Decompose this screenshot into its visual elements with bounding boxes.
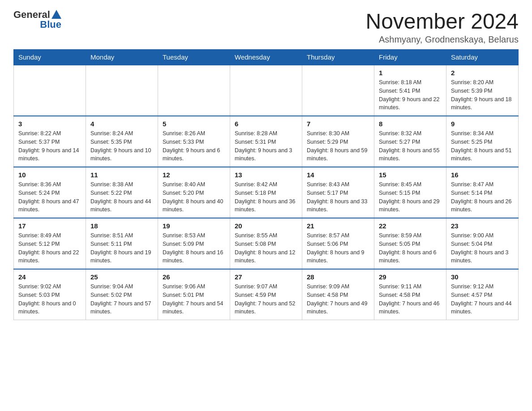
- col-wednesday: Wednesday: [230, 50, 302, 65]
- day-number: 8: [379, 120, 442, 128]
- day-number: 17: [18, 222, 81, 230]
- day-cell: 5 Sunrise: 8:26 AMSunset: 5:33 PMDayligh…: [158, 116, 230, 167]
- day-cell: 29 Sunrise: 9:11 AMSunset: 4:58 PMDaylig…: [374, 269, 446, 320]
- day-info: Sunrise: 9:02 AMSunset: 5:03 PMDaylight:…: [18, 283, 81, 316]
- day-number: 11: [90, 171, 153, 179]
- col-thursday: Thursday: [302, 50, 374, 65]
- day-cell: 18 Sunrise: 8:51 AMSunset: 5:11 PMDaylig…: [86, 218, 158, 269]
- day-cell: 20 Sunrise: 8:55 AMSunset: 5:08 PMDaylig…: [230, 218, 302, 269]
- day-info: Sunrise: 8:47 AMSunset: 5:14 PMDaylight:…: [451, 180, 514, 214]
- col-tuesday: Tuesday: [158, 50, 230, 65]
- day-cell: 11 Sunrise: 8:38 AMSunset: 5:22 PMDaylig…: [86, 167, 158, 218]
- day-cell: 24 Sunrise: 9:02 AMSunset: 5:03 PMDaylig…: [14, 269, 86, 320]
- day-cell: [86, 65, 158, 116]
- day-info: Sunrise: 8:36 AMSunset: 5:24 PMDaylight:…: [18, 180, 81, 214]
- day-cell: 23 Sunrise: 9:00 AMSunset: 5:04 PMDaylig…: [446, 218, 519, 269]
- day-cell: 6 Sunrise: 8:28 AMSunset: 5:31 PMDayligh…: [230, 116, 302, 167]
- day-number: 26: [163, 273, 225, 281]
- day-info: Sunrise: 8:18 AMSunset: 5:41 PMDaylight:…: [379, 78, 442, 112]
- col-monday: Monday: [86, 50, 158, 65]
- day-cell: 26 Sunrise: 9:06 AMSunset: 5:01 PMDaylig…: [158, 269, 230, 320]
- day-info: Sunrise: 8:28 AMSunset: 5:31 PMDaylight:…: [235, 129, 297, 163]
- day-cell: 28 Sunrise: 9:09 AMSunset: 4:58 PMDaylig…: [302, 269, 374, 320]
- day-info: Sunrise: 8:49 AMSunset: 5:12 PMDaylight:…: [18, 231, 81, 265]
- day-cell: 21 Sunrise: 8:57 AMSunset: 5:06 PMDaylig…: [302, 218, 374, 269]
- day-number: 12: [163, 171, 225, 179]
- day-number: 19: [163, 222, 225, 230]
- day-cell: 9 Sunrise: 8:34 AMSunset: 5:25 PMDayligh…: [446, 116, 519, 167]
- day-cell: 15 Sunrise: 8:45 AMSunset: 5:15 PMDaylig…: [374, 167, 446, 218]
- day-cell: 13 Sunrise: 8:42 AMSunset: 5:18 PMDaylig…: [230, 167, 302, 218]
- day-number: 2: [451, 69, 514, 77]
- logo-blue: Blue: [40, 19, 61, 30]
- day-info: Sunrise: 9:09 AMSunset: 4:58 PMDaylight:…: [307, 283, 369, 316]
- day-number: 23: [451, 222, 514, 230]
- month-title: November 2024: [365, 9, 519, 34]
- day-cell: 14 Sunrise: 8:43 AMSunset: 5:17 PMDaylig…: [302, 167, 374, 218]
- day-number: 13: [235, 171, 297, 179]
- day-info: Sunrise: 8:42 AMSunset: 5:18 PMDaylight:…: [235, 180, 297, 214]
- logo-triangle-icon: [51, 10, 61, 19]
- day-number: 30: [451, 273, 514, 281]
- day-info: Sunrise: 9:11 AMSunset: 4:58 PMDaylight:…: [379, 283, 442, 316]
- day-cell: 30 Sunrise: 9:12 AMSunset: 4:57 PMDaylig…: [446, 269, 519, 320]
- week-row-1: 1 Sunrise: 8:18 AMSunset: 5:41 PMDayligh…: [14, 65, 519, 116]
- day-info: Sunrise: 8:34 AMSunset: 5:25 PMDaylight:…: [451, 129, 514, 163]
- week-row-5: 24 Sunrise: 9:02 AMSunset: 5:03 PMDaylig…: [14, 269, 519, 320]
- day-cell: 7 Sunrise: 8:30 AMSunset: 5:29 PMDayligh…: [302, 116, 374, 167]
- day-cell: [158, 65, 230, 116]
- svg-marker-0: [51, 10, 61, 19]
- col-sunday: Sunday: [14, 50, 86, 65]
- day-info: Sunrise: 8:45 AMSunset: 5:15 PMDaylight:…: [379, 180, 442, 214]
- day-cell: 19 Sunrise: 8:53 AMSunset: 5:09 PMDaylig…: [158, 218, 230, 269]
- day-info: Sunrise: 9:06 AMSunset: 5:01 PMDaylight:…: [163, 283, 225, 316]
- day-cell: 2 Sunrise: 8:20 AMSunset: 5:39 PMDayligh…: [446, 65, 519, 116]
- title-section: November 2024 Ashmyany, Grodnenskaya, Be…: [365, 9, 519, 45]
- week-row-4: 17 Sunrise: 8:49 AMSunset: 5:12 PMDaylig…: [14, 218, 519, 269]
- day-cell: 1 Sunrise: 8:18 AMSunset: 5:41 PMDayligh…: [374, 65, 446, 116]
- day-number: 4: [90, 120, 153, 128]
- day-info: Sunrise: 8:26 AMSunset: 5:33 PMDaylight:…: [163, 129, 225, 163]
- day-number: 27: [235, 273, 297, 281]
- day-info: Sunrise: 8:30 AMSunset: 5:29 PMDaylight:…: [307, 129, 369, 163]
- day-number: 9: [451, 120, 514, 128]
- day-cell: 8 Sunrise: 8:32 AMSunset: 5:27 PMDayligh…: [374, 116, 446, 167]
- day-number: 5: [163, 120, 225, 128]
- day-number: 1: [379, 69, 442, 77]
- day-info: Sunrise: 8:24 AMSunset: 5:35 PMDaylight:…: [90, 129, 153, 163]
- day-info: Sunrise: 8:51 AMSunset: 5:11 PMDaylight:…: [90, 231, 153, 265]
- day-info: Sunrise: 8:43 AMSunset: 5:17 PMDaylight:…: [307, 180, 369, 214]
- day-number: 16: [451, 171, 514, 179]
- day-cell: 25 Sunrise: 9:04 AMSunset: 5:02 PMDaylig…: [86, 269, 158, 320]
- day-number: 18: [90, 222, 153, 230]
- day-info: Sunrise: 8:40 AMSunset: 5:20 PMDaylight:…: [163, 180, 225, 214]
- day-number: 14: [307, 171, 369, 179]
- day-info: Sunrise: 8:38 AMSunset: 5:22 PMDaylight:…: [90, 180, 153, 214]
- day-number: 20: [235, 222, 297, 230]
- day-cell: 4 Sunrise: 8:24 AMSunset: 5:35 PMDayligh…: [86, 116, 158, 167]
- day-info: Sunrise: 8:32 AMSunset: 5:27 PMDaylight:…: [379, 129, 442, 163]
- day-cell: 16 Sunrise: 8:47 AMSunset: 5:14 PMDaylig…: [446, 167, 519, 218]
- page-header: General Blue November 2024 Ashmyany, Gro…: [13, 9, 519, 45]
- day-info: Sunrise: 8:59 AMSunset: 5:05 PMDaylight:…: [379, 231, 442, 265]
- calendar-header-row: Sunday Monday Tuesday Wednesday Thursday…: [14, 50, 519, 65]
- day-number: 28: [307, 273, 369, 281]
- col-friday: Friday: [374, 50, 446, 65]
- day-number: 24: [18, 273, 81, 281]
- day-info: Sunrise: 9:04 AMSunset: 5:02 PMDaylight:…: [90, 283, 153, 316]
- day-info: Sunrise: 9:00 AMSunset: 5:04 PMDaylight:…: [451, 231, 514, 265]
- day-info: Sunrise: 9:07 AMSunset: 4:59 PMDaylight:…: [235, 283, 297, 316]
- day-info: Sunrise: 8:22 AMSunset: 5:37 PMDaylight:…: [18, 129, 81, 163]
- day-number: 6: [235, 120, 297, 128]
- day-cell: [302, 65, 374, 116]
- day-info: Sunrise: 8:53 AMSunset: 5:09 PMDaylight:…: [163, 231, 225, 265]
- day-cell: [14, 65, 86, 116]
- logo: General Blue: [13, 9, 61, 30]
- day-number: 15: [379, 171, 442, 179]
- day-number: 21: [307, 222, 369, 230]
- day-number: 10: [18, 171, 81, 179]
- day-cell: 12 Sunrise: 8:40 AMSunset: 5:20 PMDaylig…: [158, 167, 230, 218]
- day-cell: 22 Sunrise: 8:59 AMSunset: 5:05 PMDaylig…: [374, 218, 446, 269]
- day-number: 25: [90, 273, 153, 281]
- day-cell: 27 Sunrise: 9:07 AMSunset: 4:59 PMDaylig…: [230, 269, 302, 320]
